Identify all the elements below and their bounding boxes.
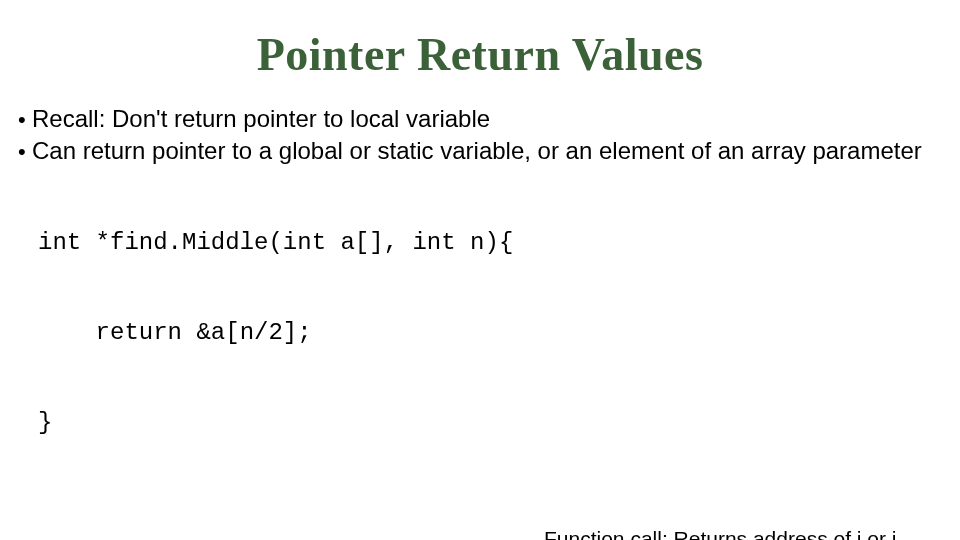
code-line: }	[38, 408, 942, 438]
slide-body: Recall: Don't return pointer to local va…	[0, 81, 960, 540]
note-column: Function call: Returns address of i or j…	[538, 526, 942, 540]
slide-title: Pointer Return Values	[0, 0, 960, 81]
bullet-text: Can return pointer to a global or static…	[32, 137, 942, 166]
bullet-item: Recall: Don't return pointer to local va…	[18, 105, 942, 135]
code-column: int *max(int *a, int *b) { if(*a > *b) r…	[18, 526, 538, 540]
note-caption: Function call: Returns address of i or j	[544, 526, 942, 540]
bullet-text: Recall: Don't return pointer to local va…	[32, 105, 942, 134]
code-line: int *find.Middle(int a[], int n){	[38, 228, 942, 258]
bullet-item: Can return pointer to a global or static…	[18, 137, 942, 167]
two-column-row: int *max(int *a, int *b) { if(*a > *b) r…	[18, 526, 942, 540]
slide: Pointer Return Values Recall: Don't retu…	[0, 0, 960, 540]
bullet-dot	[18, 137, 32, 167]
code-block-max: int *max(int *a, int *b) { if(*a > *b) r…	[38, 526, 538, 540]
code-line: return &a[n/2];	[38, 318, 942, 348]
code-block-findmiddle: int *find.Middle(int a[], int n){ return…	[38, 168, 942, 498]
bullet-dot	[18, 105, 32, 135]
